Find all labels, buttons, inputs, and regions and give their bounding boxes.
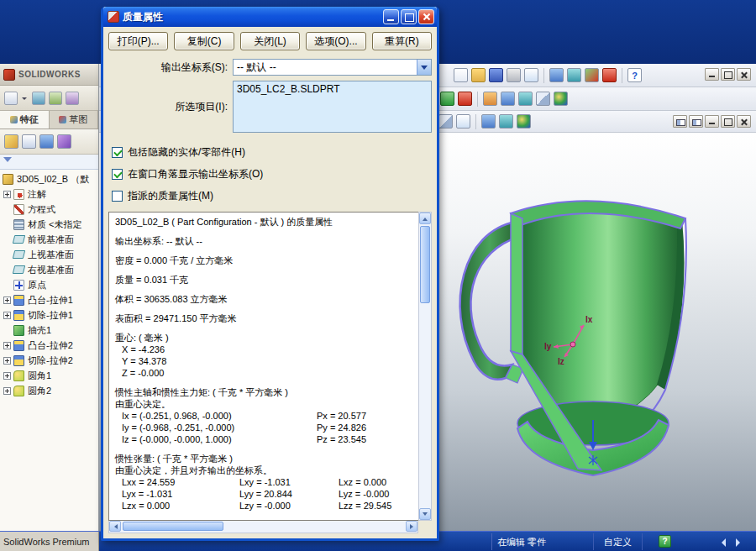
checkbox-assigned-mass[interactable]: 指派的质量属性(M) bbox=[112, 185, 432, 207]
maximize-icon[interactable] bbox=[721, 68, 735, 81]
display-pane-icon[interactable] bbox=[32, 92, 45, 105]
split-pane2-icon[interactable] bbox=[689, 115, 703, 128]
doc-restore-icon[interactable] bbox=[721, 115, 735, 128]
zoom-fit-icon[interactable] bbox=[456, 114, 470, 129]
status-help-icon[interactable]: ? bbox=[659, 535, 671, 548]
mug-left-cut-face bbox=[511, 213, 522, 354]
expand-icon[interactable] bbox=[3, 312, 11, 319]
status-custom-button[interactable]: 自定义 bbox=[593, 533, 643, 550]
tree-item-boss-extrude2[interactable]: 凸台-拉伸2 bbox=[0, 338, 98, 353]
fillet-icon bbox=[13, 370, 24, 381]
checkbox-icon[interactable] bbox=[112, 169, 123, 180]
principal-row: Iz = (-0.000, -0.000, 1.000) Pz = 23.545 bbox=[115, 433, 412, 445]
status-next-icon[interactable] bbox=[736, 538, 744, 547]
options-button[interactable]: 选项(O)... bbox=[306, 32, 365, 50]
split-pane-icon[interactable] bbox=[673, 115, 687, 128]
selected-items-box[interactable]: 3D05_LC2_B.SLDPRT bbox=[233, 81, 432, 133]
cut-extrude-icon bbox=[13, 310, 24, 321]
horizontal-scroll-thumb[interactable] bbox=[123, 522, 223, 531]
open-icon[interactable] bbox=[471, 68, 486, 82]
vertical-scroll-thumb[interactable] bbox=[420, 226, 430, 303]
tree-item-top-plane[interactable]: 上视基准面 bbox=[0, 247, 98, 262]
expand-icon[interactable] bbox=[3, 191, 11, 198]
tree-root-item[interactable]: 3D05_I02_B （默 bbox=[0, 171, 98, 186]
dialog-title-bar[interactable]: 质量属性 bbox=[103, 7, 437, 27]
color-swatch-icon[interactable] bbox=[602, 68, 617, 82]
checkbox-show-coord[interactable]: 在窗口角落显示输出坐标系(O) bbox=[112, 163, 432, 185]
tree-item-equations[interactable]: 方程式 bbox=[0, 202, 98, 217]
scroll-down-icon[interactable] bbox=[419, 508, 431, 520]
dialog-close-icon[interactable] bbox=[418, 9, 434, 24]
save-icon[interactable] bbox=[489, 68, 503, 82]
tree-item-fillet2[interactable]: 圆角2 bbox=[0, 383, 98, 398]
featuremanager-icon[interactable] bbox=[4, 134, 18, 149]
scroll-right-icon[interactable] bbox=[406, 521, 417, 532]
features-icon[interactable] bbox=[536, 92, 550, 106]
dimxpert-icon[interactable] bbox=[66, 92, 79, 105]
tab-features[interactable]: 特征 bbox=[0, 111, 50, 129]
recalculate-button[interactable]: 重算(R) bbox=[372, 32, 432, 50]
status-prev-icon[interactable] bbox=[717, 538, 726, 547]
shaded-view-icon[interactable] bbox=[517, 114, 531, 129]
print-preview-icon[interactable] bbox=[524, 68, 538, 82]
expand-icon[interactable] bbox=[3, 372, 11, 380]
print-button[interactable]: 打印(P)... bbox=[108, 32, 168, 50]
redo-icon[interactable] bbox=[567, 68, 581, 82]
tree-item-cut-extrude1[interactable]: 切除-拉伸1 bbox=[0, 307, 98, 323]
help-icon[interactable]: ? bbox=[627, 68, 642, 82]
tree-item-material[interactable]: 材质 <未指定 bbox=[0, 217, 98, 232]
accept-icon[interactable] bbox=[440, 92, 454, 106]
report-horizontal-scrollbar[interactable] bbox=[108, 521, 418, 533]
tree-toolbar bbox=[0, 129, 98, 155]
tree-item-boss-extrude1[interactable]: 凸台-拉伸1 bbox=[0, 292, 98, 307]
report-vertical-scrollbar[interactable] bbox=[418, 212, 432, 521]
view-orientation-icon[interactable] bbox=[438, 114, 453, 129]
tree-item-annotations[interactable]: 注解 bbox=[0, 186, 98, 202]
new-document-icon[interactable] bbox=[454, 68, 468, 82]
tree-item-origin[interactable]: 原点 bbox=[0, 277, 98, 292]
properties-icon[interactable] bbox=[4, 92, 18, 105]
expand-icon[interactable] bbox=[3, 387, 11, 395]
zoom-area-icon[interactable] bbox=[481, 114, 496, 129]
configurationmanager-icon[interactable] bbox=[39, 134, 54, 149]
output-coordinate-dropdown[interactable]: -- 默认 -- bbox=[233, 59, 432, 76]
rebuild-icon[interactable] bbox=[585, 68, 599, 82]
appearance-icon[interactable] bbox=[554, 92, 568, 106]
dimxpertmanager-icon[interactable] bbox=[57, 134, 71, 149]
sketch-icon[interactable] bbox=[483, 92, 497, 106]
configurations-icon[interactable] bbox=[49, 92, 62, 105]
expand-icon[interactable] bbox=[3, 342, 11, 349]
print-icon[interactable] bbox=[507, 68, 521, 82]
checkbox-icon[interactable] bbox=[112, 191, 123, 202]
tree-item-front-plane[interactable]: 前视基准面 bbox=[0, 232, 98, 247]
expand-icon[interactable] bbox=[3, 296, 11, 304]
propertymanager-icon[interactable] bbox=[22, 134, 36, 149]
checkbox-icon[interactable] bbox=[112, 147, 123, 158]
close-button[interactable]: 关闭(L) bbox=[240, 32, 300, 50]
scroll-left-icon[interactable] bbox=[109, 521, 121, 532]
expand-icon[interactable] bbox=[3, 357, 11, 365]
tree-item-right-plane[interactable]: 右视基准面 bbox=[0, 262, 98, 277]
rotate-view-icon[interactable] bbox=[499, 114, 513, 129]
tensor-row: Lzx = 0.000 Lzy = -0.000 Lzz = 29.545 bbox=[115, 500, 412, 512]
dialog-minimize-icon[interactable] bbox=[383, 9, 399, 24]
scroll-up-icon[interactable] bbox=[419, 213, 431, 224]
tree-filter-bar[interactable] bbox=[0, 155, 98, 170]
doc-minimize-icon[interactable] bbox=[705, 115, 719, 128]
convert-entities-icon[interactable] bbox=[518, 92, 533, 106]
dimension-icon[interactable] bbox=[501, 92, 515, 106]
cancel-icon[interactable] bbox=[458, 92, 472, 106]
chevron-down-icon[interactable] bbox=[417, 60, 431, 75]
tree-item-shell1[interactable]: 抽壳1 bbox=[0, 323, 98, 338]
undo-icon[interactable] bbox=[549, 68, 564, 82]
dropdown-arrow-icon[interactable] bbox=[21, 92, 29, 105]
tree-item-cut-extrude2[interactable]: 切除-拉伸2 bbox=[0, 353, 98, 368]
doc-close-icon[interactable] bbox=[737, 115, 751, 128]
close-icon[interactable] bbox=[737, 68, 751, 81]
tab-sketch[interactable]: 草图 bbox=[50, 111, 99, 129]
checkbox-include-hidden[interactable]: 包括隐藏的实体/零部件(H) bbox=[112, 141, 432, 163]
copy-button[interactable]: 复制(C) bbox=[174, 32, 234, 50]
tree-item-fillet1[interactable]: 圆角1 bbox=[0, 368, 98, 383]
dialog-maximize-icon[interactable] bbox=[401, 9, 417, 24]
minimize-icon[interactable] bbox=[705, 68, 719, 81]
